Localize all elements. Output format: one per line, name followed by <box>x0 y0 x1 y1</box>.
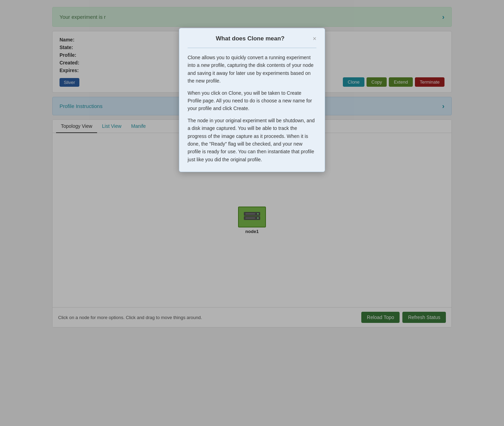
modal-close-button[interactable]: × <box>313 36 316 42</box>
modal-overlay: What does Clone mean? × Clone allows you… <box>0 0 504 426</box>
modal-title: What does Clone mean? <box>188 35 313 42</box>
clone-modal: What does Clone mean? × Clone allows you… <box>179 28 325 172</box>
modal-paragraph-3: The node in your original experiment wil… <box>188 117 316 163</box>
modal-paragraph-2: When you click on Clone, you will be tak… <box>188 89 316 113</box>
modal-body: Clone allows you to quickly convert a ru… <box>188 54 316 163</box>
modal-paragraph-1: Clone allows you to quickly convert a ru… <box>188 54 316 85</box>
modal-header: What does Clone mean? × <box>188 35 316 42</box>
modal-divider <box>188 48 316 48</box>
